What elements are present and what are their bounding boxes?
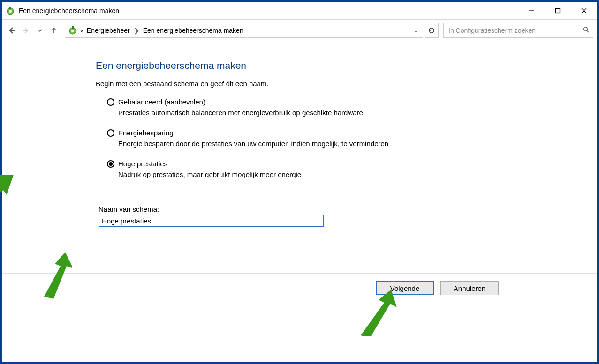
up-button[interactable] [48, 24, 60, 37]
next-button[interactable]: Volgende [376, 281, 434, 295]
breadcrumb-ellipsis[interactable]: « [80, 27, 84, 34]
plan-powersaver-label: Energiebesparing [118, 129, 174, 137]
refresh-button[interactable] [425, 23, 439, 38]
breadcrumb-item-energiebeheer[interactable]: Energiebeheer [87, 27, 130, 34]
svg-marker-16 [361, 290, 397, 336]
plan-powersaver-desc: Energie besparen door de prestaties van … [118, 140, 597, 148]
separator [99, 188, 499, 188]
page-subtitle: Begin met een bestaand schema en geef di… [96, 80, 597, 88]
plan-highperf-label: Hoge prestaties [118, 160, 167, 168]
forward-button[interactable] [20, 24, 32, 37]
power-plan-icon [6, 6, 15, 15]
plan-highperf-desc: Nadruk op prestaties, maar gebruikt moge… [118, 171, 597, 178]
svg-point-2 [9, 10, 12, 13]
svg-rect-1 [9, 7, 11, 9]
plan-balanced: Gebalanceerd (aanbevolen) Prestaties aut… [107, 98, 597, 117]
navbar: « Energiebeheer ❯ Een energiebeheerschem… [2, 20, 597, 41]
plan-powersaver: Energiebesparing Energie besparen door d… [107, 129, 597, 148]
annotation-arrow [358, 290, 401, 336]
svg-line-13 [587, 31, 589, 33]
svg-rect-4 [556, 8, 560, 13]
plan-balanced-desc: Prestaties automatisch balanceren met en… [118, 109, 597, 117]
back-button[interactable] [6, 24, 18, 37]
plan-name-label: Naam van schema: [99, 205, 597, 213]
chevron-right-icon: ❯ [133, 27, 140, 34]
maximize-button[interactable] [545, 2, 571, 19]
address-dropdown-icon[interactable]: ⌄ [411, 27, 420, 34]
plan-highperf: Hoge prestaties Nadruk op prestaties, ma… [107, 160, 597, 178]
plan-name-input[interactable] [99, 215, 324, 227]
plan-balanced-label: Gebalanceerd (aanbevolen) [118, 98, 205, 106]
address-bar[interactable]: « Energiebeheer ❯ Een energiebeheerschem… [65, 23, 423, 38]
svg-rect-10 [72, 26, 74, 29]
window-controls [518, 2, 597, 19]
breadcrumb-item-current[interactable]: Een energiebeheerschema maken [143, 27, 243, 34]
search-box[interactable] [443, 23, 593, 38]
footer: Volgende Annuleren [2, 273, 597, 362]
content-area: Een energiebeheerschema maken Begin met … [2, 41, 597, 273]
window-title: Een energiebeheerschema maken [19, 7, 518, 15]
cancel-button[interactable]: Annuleren [440, 281, 499, 295]
plan-highperf-radio[interactable] [107, 160, 114, 168]
control-panel-icon [68, 26, 77, 35]
recent-dropdown[interactable] [34, 24, 46, 37]
svg-point-12 [584, 27, 588, 31]
plan-name-section: Naam van schema: [99, 205, 597, 227]
search-icon [583, 26, 589, 34]
close-button[interactable] [571, 2, 597, 19]
plan-powersaver-radio[interactable] [107, 129, 114, 137]
svg-marker-14 [0, 175, 14, 205]
annotation-arrow [0, 172, 16, 205]
plan-radio-group: Gebalanceerd (aanbevolen) Prestaties aut… [107, 98, 597, 178]
minimize-button[interactable] [518, 2, 545, 19]
plan-balanced-radio[interactable] [107, 98, 114, 106]
titlebar: Een energiebeheerschema maken [2, 2, 597, 20]
page-title: Een energiebeheerschema maken [96, 60, 597, 71]
search-input[interactable] [447, 26, 579, 35]
window-frame: Een energiebeheerschema maken [0, 0, 599, 364]
svg-point-11 [71, 30, 74, 32]
